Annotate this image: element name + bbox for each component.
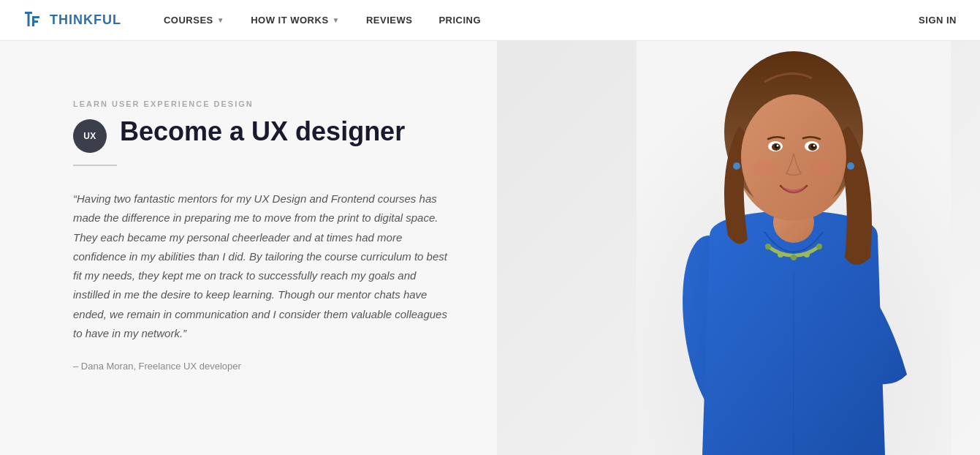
logo-link[interactable]: THINKFUL <box>23 10 121 31</box>
svg-rect-3 <box>32 16 39 18</box>
svg-rect-1 <box>28 12 30 26</box>
page-title: Become a UX designer <box>120 116 405 147</box>
nav-links: COURSES ▼ HOW IT WORKS ▼ REVIEWS PRICING <box>151 15 919 26</box>
svg-point-11 <box>804 252 810 257</box>
svg-point-8 <box>765 244 771 249</box>
svg-point-28 <box>847 162 854 170</box>
svg-point-26 <box>810 161 836 176</box>
courses-chevron-icon: ▼ <box>217 16 224 24</box>
svg-point-16 <box>741 94 846 219</box>
svg-point-10 <box>791 255 797 260</box>
main-nav: THINKFUL COURSES ▼ HOW IT WORKS ▼ REVIEW… <box>0 0 980 41</box>
nav-how-it-works[interactable]: HOW IT WORKS ▼ <box>238 15 353 26</box>
logo-text: THINKFUL <box>50 12 121 28</box>
page-subtitle: LEARN USER EXPERIENCE DESIGN <box>73 99 453 108</box>
testimonial-quote: “Having two fantastic mentors for my UX … <box>73 189 453 343</box>
hero-image-section <box>497 41 980 455</box>
svg-point-24 <box>813 145 816 147</box>
person-illustration <box>637 41 951 455</box>
nav-pricing[interactable]: PRICING <box>425 15 494 26</box>
how-it-works-chevron-icon: ▼ <box>333 16 340 24</box>
main-content: LEARN USER EXPERIENCE DESIGN UX Become a… <box>0 41 980 455</box>
svg-rect-4 <box>32 20 38 23</box>
svg-point-12 <box>816 244 822 249</box>
nav-courses[interactable]: COURSES ▼ <box>151 15 238 26</box>
svg-point-27 <box>733 162 740 170</box>
quote-attribution: – Dana Moran, Freelance UX developer <box>73 361 453 372</box>
thinkful-logo-icon <box>23 10 44 31</box>
svg-point-23 <box>777 145 779 147</box>
nav-reviews[interactable]: REVIEWS <box>353 15 425 26</box>
ux-badge: UX <box>73 119 107 153</box>
badge-row: UX Become a UX designer <box>73 116 453 156</box>
svg-point-9 <box>778 252 783 257</box>
signin-link[interactable]: SIGN IN <box>919 15 957 26</box>
hero-left: LEARN USER EXPERIENCE DESIGN UX Become a… <box>0 41 497 455</box>
svg-point-25 <box>751 161 778 176</box>
title-divider <box>73 165 117 166</box>
